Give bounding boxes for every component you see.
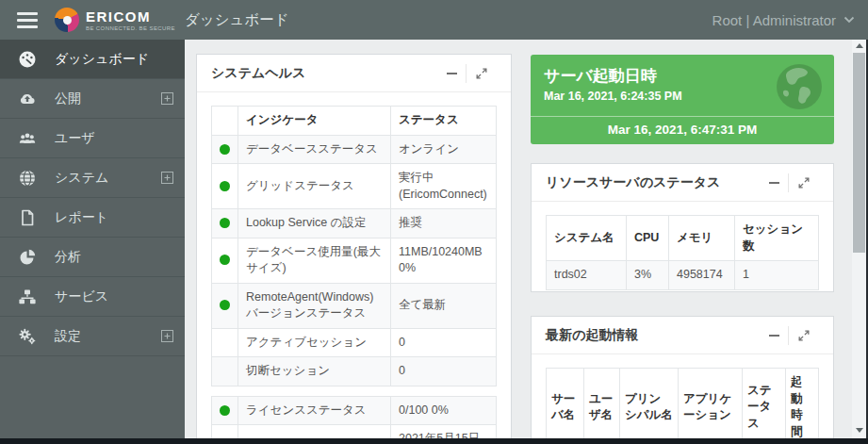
report-icon [0, 208, 55, 227]
logo-text: ERICOM [86, 9, 175, 24]
table-row[interactable]: ライセンスステータス 0/100 0% [212, 396, 497, 425]
user-menu[interactable]: Root | Administrator [712, 12, 855, 28]
resource-servers-table: システム名 CPU メモリ セッション数 trds02 3% 4958174 1 [546, 215, 819, 290]
scroll-down-button[interactable] [852, 424, 866, 436]
status-cell: 0 [391, 357, 497, 386]
pie-chart-icon [0, 248, 55, 267]
license-status-table: ライセンスステータス 0/100 0% 2021年5月15日 [211, 396, 497, 444]
sidebar: ダッシュボード 公開 [0, 40, 185, 439]
sidebar-item-publish[interactable]: 公開 [0, 79, 185, 119]
table-row[interactable]: 切断セッション 0 [212, 357, 497, 386]
indicator-cell: グリッドステータス [238, 164, 391, 209]
indicator-cell: データベース使用量(最大サイズ) [238, 238, 391, 283]
expand-icon [797, 329, 811, 342]
dashboard-icon [0, 50, 55, 69]
gears-icon [0, 327, 55, 346]
status-ok-dot [220, 405, 230, 416]
status-cell: オンライン [391, 135, 497, 164]
table-row[interactable]: データベースステータス オンライン [212, 135, 497, 164]
system-health-table: インジケータ ステータス データベースステータス オンライン グリッドステータス… [211, 106, 497, 386]
sidebar-item-label: システム [55, 170, 161, 187]
table-row[interactable]: RemoteAgent(Windows)バージョンステータス 全て最新 [212, 283, 497, 328]
minimize-icon [769, 335, 779, 337]
server-start-panel: サーバ起動日時 Mar 16, 2021, 6:24:35 PM Mar 16,… [531, 55, 834, 144]
indicator-cell: RemoteAgent(Windows)バージョンステータス [238, 283, 391, 328]
status-cell: 0 [391, 328, 497, 357]
sidebar-item-system[interactable]: システム [0, 158, 185, 198]
window-bottom-bar [0, 438, 868, 444]
sidebar-item-dashboard[interactable]: ダッシュボード [0, 40, 185, 79]
chevron-down-icon [843, 16, 855, 24]
sidebar-item-label: サービス [55, 288, 173, 305]
sidebar-item-label: 設定 [55, 328, 161, 345]
memory-cell: 4958174 [669, 261, 735, 290]
column-header: CPU [627, 216, 669, 261]
column-header: ステータス [743, 369, 786, 444]
status-ok-dot [220, 181, 230, 191]
triangle-down-icon [856, 428, 863, 433]
table-row[interactable]: trds02 3% 4958174 1 [547, 261, 819, 290]
plus-box-icon[interactable] [161, 92, 173, 105]
column-header: セッション数 [735, 216, 819, 261]
globe-icon [0, 169, 55, 188]
table-row[interactable]: グリッドステータス 実行中 (EricomConnect) [212, 164, 497, 209]
resource-servers-panel: リソースサーバのステータス システム名 [531, 163, 834, 292]
minimize-icon [447, 73, 457, 74]
minimize-button[interactable] [761, 179, 788, 187]
sidebar-item-services[interactable]: サービス [0, 277, 185, 317]
column-header: インジケータ [238, 107, 391, 136]
minimize-button[interactable] [761, 332, 788, 339]
scroll-thumb[interactable] [853, 53, 865, 253]
panel-title: システムヘルス [211, 65, 438, 82]
expand-button[interactable] [788, 326, 819, 345]
sidebar-item-reports[interactable]: レポート [0, 198, 185, 238]
table-row[interactable]: データベース使用量(最大サイズ) 11MB/10240MB 0% [212, 238, 497, 283]
minimize-icon [769, 182, 779, 184]
plus-box-icon[interactable] [161, 330, 173, 342]
status-ok-dot [220, 255, 230, 265]
table-spacer [211, 386, 497, 396]
status-ok-dot [220, 218, 230, 228]
table-row[interactable]: アクティブセッション 0 [212, 328, 497, 357]
minimize-button[interactable] [438, 70, 466, 77]
sidebar-item-label: 分析 [55, 249, 173, 266]
ericom-connect-dashboard: ERICOM BE CONNECTED. BE SECURE ダッシュボード R… [0, 0, 868, 444]
sitemap-icon [0, 288, 55, 306]
sidebar-item-settings[interactable]: 設定 [0, 317, 185, 356]
system-name-cell: trds02 [547, 261, 627, 290]
server-current-datetime: Mar 16, 2021, 6:47:31 PM [531, 116, 834, 144]
ericom-logo[interactable]: ERICOM BE CONNECTED. BE SECURE [55, 8, 179, 32]
sidebar-item-users[interactable]: ユーザ [0, 119, 185, 158]
sidebar-item-analytics[interactable]: 分析 [0, 238, 185, 277]
logo-tagline: BE CONNECTED. BE SECURE [86, 25, 175, 31]
sidebar-item-label: 公開 [55, 90, 161, 107]
expand-button[interactable] [466, 64, 497, 83]
users-icon [0, 129, 55, 148]
indicator-cell: ライセンスステータス [238, 396, 391, 425]
status-cell: 全て最新 [391, 283, 497, 328]
sidebar-item-label: レポート [55, 209, 173, 226]
column-header: ステータス [391, 107, 497, 136]
indicator-cell: アクティブセッション [238, 328, 391, 357]
indicator-cell: 切断セッション [238, 357, 391, 386]
panel-title: 最新の起動情報 [546, 327, 761, 344]
table-row[interactable]: Lookup Service の設定 推奨 [212, 209, 497, 238]
status-ok-dot [220, 144, 230, 155]
expand-button[interactable] [788, 173, 819, 192]
plus-box-icon[interactable] [161, 172, 173, 184]
topbar: ERICOM BE CONNECTED. BE SECURE ダッシュボード R… [0, 0, 868, 40]
status-cell: 実行中 (EricomConnect) [391, 164, 497, 209]
panel-header: 最新の起動情報 [532, 317, 833, 354]
indicator-cell: Lookup Service の設定 [238, 209, 391, 238]
scroll-up-button[interactable] [852, 40, 866, 52]
column-header: サーバ名 [547, 369, 584, 444]
triangle-up-icon [856, 43, 863, 48]
sidebar-item-label: ユーザ [55, 130, 173, 147]
indicator-cell: データベースステータス [238, 135, 391, 164]
column-header: プリンシパル名 [620, 369, 679, 444]
expand-icon [475, 67, 488, 80]
panel-title: リソースサーバのステータス [546, 174, 761, 191]
scrollbar[interactable] [852, 40, 866, 438]
hamburger-icon[interactable] [0, 0, 55, 40]
column-header: ユーザ名 [584, 369, 620, 444]
